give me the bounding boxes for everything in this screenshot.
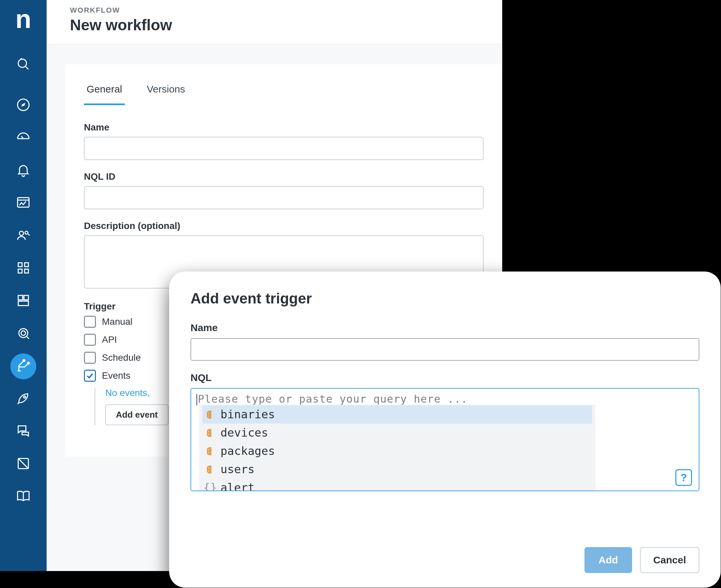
trigger-api-label: API xyxy=(102,334,117,345)
svg-rect-29 xyxy=(209,416,211,418)
nav-bell[interactable] xyxy=(10,158,36,184)
svg-rect-13 xyxy=(25,269,28,273)
analytics-window-icon xyxy=(16,195,31,212)
svg-point-17 xyxy=(19,329,28,338)
tree-icon xyxy=(204,428,216,438)
tab-versions[interactable]: Versions xyxy=(144,78,188,105)
autocomplete-item[interactable]: binaries xyxy=(202,405,592,424)
tree-icon xyxy=(204,410,216,419)
nqlid-input[interactable] xyxy=(84,186,484,209)
svg-rect-15 xyxy=(24,295,28,300)
svg-rect-28 xyxy=(209,414,211,415)
name-input[interactable] xyxy=(84,137,484,160)
svg-point-23 xyxy=(24,396,26,398)
modal-cancel-button[interactable]: Cancel xyxy=(640,547,699,573)
svg-point-9 xyxy=(25,231,28,234)
checkbox-checked-icon xyxy=(84,370,96,382)
svg-rect-14 xyxy=(18,295,23,300)
autocomplete-item[interactable]: users xyxy=(202,460,592,479)
autocomplete-item[interactable]: {} alert xyxy=(202,479,592,491)
svg-marker-3 xyxy=(21,103,25,107)
modal-field-nql: NQL Please type or paste your query here… xyxy=(191,372,699,532)
svg-point-8 xyxy=(19,231,24,236)
autocomplete-text: devices xyxy=(220,424,268,442)
modal-nql-label: NQL xyxy=(191,372,699,383)
autocomplete-text: alert xyxy=(220,479,255,491)
autocomplete-item[interactable]: packages xyxy=(202,442,592,460)
svg-rect-12 xyxy=(18,269,22,273)
text-cursor-icon xyxy=(197,394,197,405)
nav-analytics[interactable] xyxy=(10,190,36,216)
search-icon xyxy=(16,57,31,73)
svg-rect-37 xyxy=(209,468,211,470)
checkbox-icon xyxy=(84,334,96,346)
svg-point-18 xyxy=(21,331,25,335)
bell-icon xyxy=(16,162,31,179)
autocomplete-item[interactable]: devices xyxy=(202,424,592,442)
tree-icon xyxy=(204,465,216,474)
book-icon xyxy=(16,488,31,505)
svg-rect-31 xyxy=(209,432,211,434)
autocomplete-list: binaries devices packages users xyxy=(199,405,596,491)
autocomplete-text: packages xyxy=(220,442,275,460)
main-header: WORKFLOW New workflow xyxy=(47,0,502,44)
svg-rect-35 xyxy=(209,453,211,455)
svg-rect-33 xyxy=(209,447,211,449)
apps-grid-icon xyxy=(16,260,31,277)
nav-search[interactable] xyxy=(10,52,36,78)
logo: n xyxy=(15,6,31,32)
chat-icon xyxy=(16,423,31,440)
nav-compass[interactable] xyxy=(10,92,36,119)
nav-dashboard[interactable] xyxy=(10,125,36,151)
sidebar: n xyxy=(0,0,47,571)
nav-apps[interactable] xyxy=(10,256,36,281)
nav-users[interactable] xyxy=(10,223,36,249)
workflow-robot-icon xyxy=(16,358,31,375)
nql-editor[interactable]: Please type or paste your query here ...… xyxy=(191,388,699,491)
tree-icon xyxy=(204,446,216,456)
checkbox-icon xyxy=(84,352,96,364)
svg-point-20 xyxy=(23,360,25,362)
svg-rect-34 xyxy=(209,450,211,452)
name-label: Name xyxy=(84,122,484,133)
autocomplete-text: binaries xyxy=(220,405,275,424)
investigate-icon xyxy=(16,326,31,342)
help-button[interactable]: ? xyxy=(675,469,692,486)
nav-investigate[interactable] xyxy=(10,321,36,347)
braces-icon: {} xyxy=(204,479,216,491)
trigger-manual-label: Manual xyxy=(102,316,133,327)
svg-rect-36 xyxy=(209,466,211,467)
nav-chat[interactable] xyxy=(10,419,36,445)
field-name: Name xyxy=(84,122,484,160)
modal-title: Add event trigger xyxy=(191,290,699,307)
modal-add-button[interactable]: Add xyxy=(584,547,632,573)
widgets-icon xyxy=(16,293,31,310)
trigger-events-label: Events xyxy=(102,370,131,381)
nav-rocket[interactable] xyxy=(10,386,36,412)
nav-workflows[interactable] xyxy=(10,353,36,379)
tabs: General Versions xyxy=(84,78,484,105)
svg-line-19 xyxy=(27,336,29,339)
svg-rect-11 xyxy=(25,263,28,267)
svg-rect-38 xyxy=(209,471,211,473)
svg-line-25 xyxy=(18,459,28,469)
svg-rect-32 xyxy=(209,435,211,436)
svg-rect-16 xyxy=(18,301,28,306)
svg-rect-27 xyxy=(209,411,211,413)
field-nqlid: NQL ID xyxy=(84,171,484,209)
modal-field-name: Name xyxy=(191,322,699,361)
content-icon xyxy=(16,456,31,472)
nqlid-label: NQL ID xyxy=(84,171,484,182)
svg-rect-6 xyxy=(18,198,29,207)
dashboard-gauge-icon xyxy=(16,130,31,146)
nql-placeholder-text: Please type or paste your query here ... xyxy=(198,393,468,405)
description-label: Description (optional) xyxy=(84,220,484,231)
nav-widgets[interactable] xyxy=(10,288,36,314)
nav-content[interactable] xyxy=(10,451,36,477)
svg-rect-30 xyxy=(209,429,211,431)
nav-book[interactable] xyxy=(10,484,36,510)
modal-name-input[interactable] xyxy=(191,338,699,361)
add-event-button[interactable]: Add event xyxy=(105,404,168,425)
svg-point-0 xyxy=(18,59,27,67)
tab-general[interactable]: General xyxy=(84,78,125,105)
